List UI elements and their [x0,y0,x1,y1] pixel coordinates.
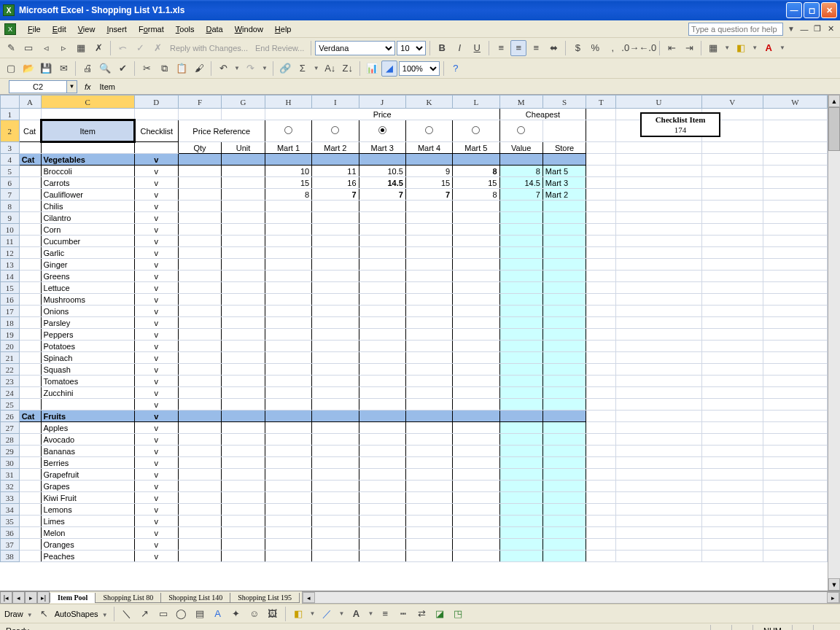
undo-icon[interactable]: ↶ [215,61,231,77]
cell[interactable]: v [134,271,178,282]
cell[interactable] [701,306,763,317]
cell[interactable]: Unit [222,142,265,154]
cell[interactable] [178,364,222,376]
cell[interactable]: Qty [178,142,222,154]
chart-wizard-icon[interactable]: 📊 [364,61,380,77]
cell[interactable] [222,189,265,201]
cell[interactable] [359,434,405,446]
cell[interactable] [542,201,586,212]
horizontal-scrollbar[interactable]: ◂ ▸ [302,591,840,604]
cell[interactable] [586,539,616,551]
cell[interactable] [499,364,542,376]
cell[interactable] [222,364,265,376]
cell[interactable] [453,282,499,294]
cell[interactable] [701,516,763,527]
cell[interactable] [616,154,701,166]
cell[interactable] [499,294,542,306]
row-header-11[interactable]: 11 [1,236,20,247]
tab-nav-last[interactable]: ▸| [37,591,50,604]
cell[interactable]: v [134,446,178,457]
delete-comment-icon[interactable]: ✗ [90,40,106,56]
row-header-2[interactable]: 2 [1,120,20,142]
cell[interactable] [499,411,542,422]
cell[interactable] [499,446,542,457]
cell[interactable] [499,259,542,271]
cell[interactable] [178,457,222,469]
cell[interactable] [178,224,222,236]
arrow-icon[interactable]: ↗ [137,606,153,622]
cell[interactable]: Mushrooms [41,294,134,306]
cell[interactable] [405,376,452,387]
row-header-36[interactable]: 36 [1,527,20,539]
italic-button[interactable]: I [451,40,467,56]
cell[interactable] [265,399,311,411]
cell[interactable] [359,492,405,504]
underline-button[interactable]: U [469,40,485,56]
cell[interactable]: v [134,341,178,352]
cell[interactable] [265,446,311,457]
row-header-17[interactable]: 17 [1,306,20,317]
row-header-24[interactable]: 24 [1,387,20,399]
cell[interactable] [405,539,452,551]
cell[interactable] [359,376,405,387]
cell[interactable] [134,109,178,120]
cell[interactable] [178,387,222,399]
cell[interactable] [763,457,827,469]
maximize-button[interactable]: ◻ [804,2,820,18]
cell[interactable] [312,457,359,469]
cell[interactable] [542,387,586,399]
cell[interactable] [405,271,452,282]
cell[interactable] [701,166,763,177]
cell[interactable] [359,527,405,539]
cell[interactable] [701,294,763,306]
cell[interactable] [222,271,265,282]
cell[interactable]: v [134,236,178,247]
cell[interactable] [222,341,265,352]
cell[interactable] [265,481,311,492]
cell[interactable] [616,294,701,306]
cell[interactable] [222,539,265,551]
cell[interactable] [616,481,701,492]
cell[interactable]: v [134,317,178,329]
cell[interactable] [586,189,616,201]
cell[interactable] [586,446,616,457]
cell[interactable]: 10 [265,166,311,177]
cell[interactable] [453,154,499,166]
cell[interactable] [499,481,542,492]
cell[interactable] [701,504,763,516]
scroll-right-button[interactable]: ▸ [827,592,839,603]
cell[interactable]: Apples [41,422,134,434]
cell[interactable] [616,551,701,562]
cell[interactable] [19,492,41,504]
cell[interactable] [265,212,311,224]
cell[interactable] [453,364,499,376]
cell[interactable] [312,352,359,364]
cell[interactable] [453,224,499,236]
cell[interactable] [19,457,41,469]
cell[interactable] [359,120,405,142]
row-header-25[interactable]: 25 [1,399,20,411]
cell[interactable] [312,481,359,492]
cell[interactable] [222,282,265,294]
cell[interactable] [499,469,542,481]
cell[interactable] [312,539,359,551]
cell[interactable]: Price Reference [178,120,265,142]
cell[interactable] [586,271,616,282]
cell[interactable] [222,317,265,329]
row-header-31[interactable]: 31 [1,469,20,481]
cell[interactable] [41,399,134,411]
fill-color-button[interactable]: ◧ [733,40,749,56]
cell[interactable] [763,516,827,527]
menu-data[interactable]: Data [200,23,228,36]
cell[interactable] [586,516,616,527]
cell[interactable]: Mart 4 [405,142,452,154]
active-cell[interactable]: Item [41,120,134,142]
decrease-indent-button[interactable]: ⇤ [664,40,680,56]
cell[interactable] [616,387,701,399]
cell[interactable] [542,329,586,341]
cell[interactable] [453,271,499,282]
row-header-5[interactable]: 5 [1,166,20,177]
autosum-dropdown-icon[interactable]: ▼ [312,65,321,71]
cell[interactable] [542,399,586,411]
cell[interactable] [763,306,827,317]
